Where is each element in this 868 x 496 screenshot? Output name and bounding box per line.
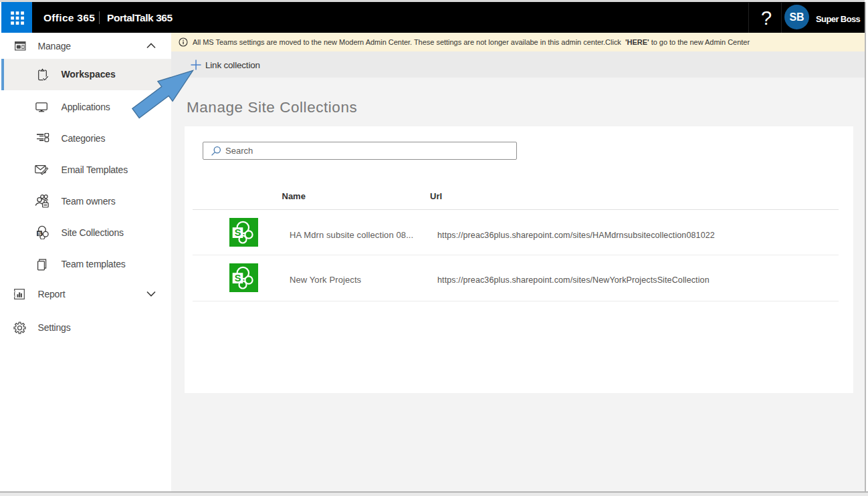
- svg-text:S: S: [235, 227, 241, 238]
- svg-text:S: S: [235, 273, 241, 283]
- svg-text:S: S: [37, 231, 41, 237]
